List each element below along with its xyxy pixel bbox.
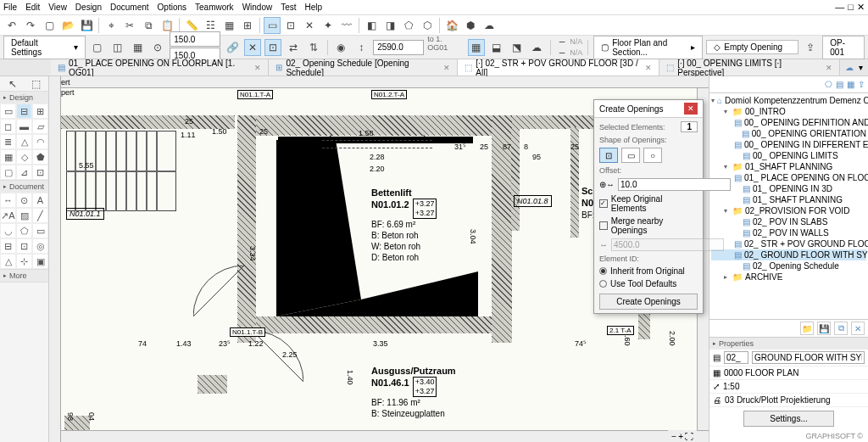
- window-tool-icon[interactable]: ⊞: [32, 104, 48, 119]
- elevation-tool-icon[interactable]: ⊡: [16, 238, 32, 254]
- zoom-in-icon[interactable]: +: [678, 432, 683, 441]
- tree-item[interactable]: ▤00_ OPENING ORIENTATION: [711, 128, 866, 139]
- arc-tool-icon[interactable]: ◡: [0, 223, 16, 238]
- guide-icon[interactable]: ✕: [301, 17, 318, 34]
- object-tool-icon[interactable]: ⬟: [32, 149, 48, 165]
- beam-tool-icon[interactable]: ▬: [16, 119, 32, 134]
- cloud-sync-icon[interactable]: ☁: [528, 39, 545, 56]
- nav-publisher-icon[interactable]: ⇪: [858, 80, 865, 89]
- dropdown-icon[interactable]: ▾: [859, 63, 863, 72]
- perspective-icon[interactable]: ⬠: [400, 17, 417, 34]
- tree-item[interactable]: ▤02_ GROUND FLOOR WITH SYMBOLS: [711, 249, 866, 260]
- geom2-icon[interactable]: ◫: [109, 39, 126, 56]
- create-openings-dialog[interactable]: Create Openings✕ Selected Elements:1 Sha…: [593, 99, 704, 314]
- save-icon[interactable]: 💾: [78, 17, 95, 34]
- tree-item[interactable]: ▾📁01_SHAFT PLANNING: [711, 161, 866, 172]
- mesh-tool-icon[interactable]: ⊿: [16, 165, 32, 180]
- drawing-tool-icon[interactable]: ▭: [32, 223, 48, 238]
- settings-button[interactable]: Settings...: [743, 411, 833, 427]
- tree-item[interactable]: ▸📁ARCHIVE: [711, 271, 866, 283]
- new-icon[interactable]: ▢: [41, 17, 58, 34]
- shape-circle-icon[interactable]: ○: [643, 148, 662, 163]
- geom1-icon[interactable]: ▢: [89, 39, 106, 56]
- change-tool-icon[interactable]: △: [0, 254, 16, 269]
- section-icon[interactable]: ⬡: [419, 17, 436, 34]
- curtain-tool-icon[interactable]: ▦: [0, 149, 16, 165]
- symbol1-icon[interactable]: ⬓: [488, 39, 505, 56]
- menu-edit[interactable]: Edit: [25, 3, 40, 12]
- snap-icon[interactable]: ⊞: [239, 17, 256, 34]
- merge-checkbox[interactable]: [599, 221, 608, 230]
- nav-new-folder-icon[interactable]: 📁: [800, 322, 814, 335]
- figure-tool-icon[interactable]: ▣: [32, 254, 48, 269]
- layer-combo[interactable]: ▢Floor Plan and Section...▸: [593, 36, 703, 59]
- upload-icon[interactable]: ⇪: [802, 39, 819, 56]
- slab-tool-icon[interactable]: ▱: [32, 119, 48, 134]
- ref-icon[interactable]: ✦: [320, 17, 337, 34]
- document-palette-header[interactable]: ▸Document: [0, 181, 48, 193]
- poly-tool-icon[interactable]: ⬠: [16, 223, 32, 238]
- line-tool-icon[interactable]: ╱: [32, 208, 48, 223]
- menu-file[interactable]: File: [3, 3, 17, 12]
- properties-header[interactable]: ▸Properties: [709, 338, 868, 350]
- tab-floorplan[interactable]: ▤01_ PLACE OPENING ON FLOORPLAN [1. OG01…: [51, 59, 269, 76]
- menu-document[interactable]: Document: [110, 3, 149, 12]
- geom3-icon[interactable]: ▦: [130, 39, 147, 56]
- tree-item[interactable]: ▤00_ OPENING IN DIFFERENT ELEMENT TYPES: [711, 139, 866, 150]
- cross-icon[interactable]: ✕: [244, 39, 261, 56]
- menu-test[interactable]: Test: [281, 3, 296, 12]
- menu-options[interactable]: Options: [158, 3, 186, 12]
- stair-tool-icon[interactable]: ≣: [0, 134, 16, 149]
- shape-rect-icon[interactable]: ▭: [621, 148, 640, 163]
- camera-icon[interactable]: ◉: [333, 39, 350, 56]
- nav-layout-icon[interactable]: ▦: [847, 80, 854, 89]
- adjust-icon[interactable]: ⇄: [285, 39, 302, 56]
- bimx-icon[interactable]: ⬢: [462, 17, 479, 34]
- copy-icon[interactable]: ⧉: [140, 17, 157, 34]
- tree-item[interactable]: ▾📁00_INTRO: [711, 106, 866, 117]
- spline-icon[interactable]: 〰: [338, 17, 355, 34]
- nav-save-view-icon[interactable]: 💾: [817, 322, 831, 335]
- opening-tool-icon[interactable]: ⊡: [32, 165, 48, 180]
- prop-idx[interactable]: [724, 351, 748, 364]
- 3d-icon[interactable]: ◧: [363, 17, 380, 34]
- tree-item[interactable]: ▤01_ SHAFT PLANNING: [711, 194, 866, 205]
- shell-tool-icon[interactable]: ◠: [32, 134, 48, 149]
- morph-tool-icon[interactable]: ◇: [16, 149, 32, 165]
- label-tool-icon[interactable]: ↗A: [0, 208, 16, 223]
- menu-teamwork[interactable]: Teamwork: [195, 3, 234, 12]
- menu-window[interactable]: Window: [242, 3, 273, 12]
- create-openings-button[interactable]: Create Openings: [599, 294, 698, 310]
- marquee-tool-icon[interactable]: ⬚: [28, 76, 45, 92]
- inherit-radio[interactable]: Inherit from Original: [599, 266, 698, 276]
- tree-item[interactable]: ▤02_ STR + POV GROUND FLOOR: [711, 238, 866, 249]
- close-icon[interactable]: ✕: [857, 2, 865, 13]
- open-icon[interactable]: 📂: [59, 17, 76, 34]
- trace-icon[interactable]: ▭: [264, 17, 281, 34]
- tree-root[interactable]: Domiol Kompetenzzentrum Demenz Oberried,…: [725, 96, 868, 105]
- tab-close-icon[interactable]: ✕: [826, 64, 832, 72]
- dim-tool-icon[interactable]: ↔: [0, 193, 16, 208]
- tree-item[interactable]: ▤01_ OPENING IN 3D: [711, 183, 866, 194]
- fill-tool-icon[interactable]: ▨: [16, 208, 32, 223]
- tree-item[interactable]: ▤00_ OPENING DEFINITION AND SHAPE: [711, 117, 866, 128]
- menu-help[interactable]: Help: [305, 3, 323, 12]
- section-tool-icon[interactable]: ⊟: [0, 238, 16, 254]
- arrow-tool-icon[interactable]: ↖: [4, 76, 21, 92]
- detail-tool-icon[interactable]: ◎: [32, 238, 48, 254]
- tree-item[interactable]: ▤02_ Opening Schedule: [711, 260, 866, 271]
- tab-schedule[interactable]: ⊞02_ Opening Schedule [Opening Schedule]…: [269, 59, 458, 76]
- minimize-icon[interactable]: —: [835, 2, 844, 13]
- tab-close-icon[interactable]: ✕: [645, 64, 652, 72]
- column-tool-icon[interactable]: ◻: [0, 119, 16, 134]
- width-input[interactable]: [170, 31, 220, 47]
- linked-icon[interactable]: 🔗: [224, 39, 241, 56]
- keep-original-checkbox[interactable]: ✓: [599, 199, 608, 208]
- menu-design[interactable]: Design: [75, 3, 102, 12]
- id-field[interactable]: OP-001: [822, 36, 865, 59]
- nav-clone-icon[interactable]: ⧉: [834, 322, 848, 335]
- tab-close-icon[interactable]: ✕: [443, 64, 450, 72]
- tab-perspective[interactable]: ⬚[·] 00_ OPENING LIMITS [·] Perspective]…: [659, 59, 840, 76]
- maximize-icon[interactable]: □: [848, 2, 854, 13]
- navigator-tree[interactable]: ▾⌂Domiol Kompetenzzentrum Demenz Oberrie…: [709, 93, 868, 319]
